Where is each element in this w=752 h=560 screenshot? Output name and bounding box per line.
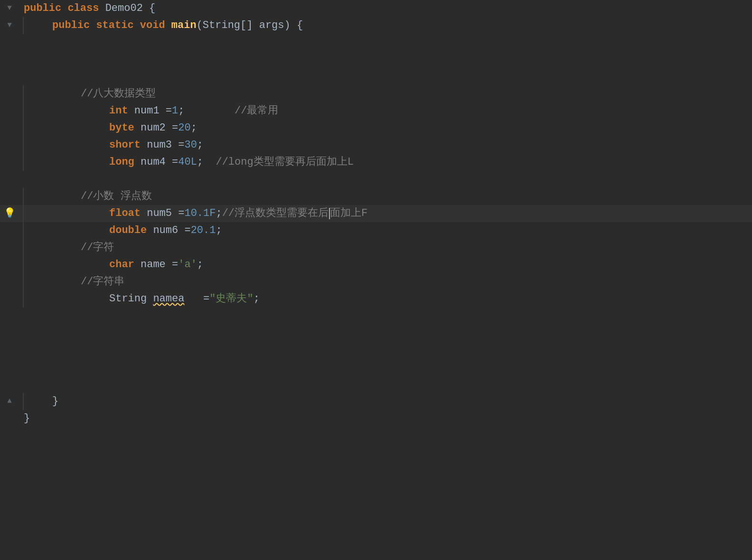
var-num4: num4 =: [134, 154, 178, 170]
line-content-short: short num3 = 30 ;: [23, 137, 203, 153]
semicolon-5: ;: [216, 205, 222, 222]
string-val-steward: "史蒂夫": [209, 290, 253, 307]
keyword-int: int: [109, 103, 128, 119]
comment-float-type-2: 面加上F: [330, 205, 367, 222]
code-line-comment1: //八大数据类型: [0, 85, 752, 103]
line-content-float: float num5 = 10.1F ; //浮点数类型需要在后面加上F: [23, 205, 367, 222]
code-line-empty1: [0, 171, 752, 188]
code-line-close-main: ▲ }: [0, 393, 752, 410]
comment-eight-types: //八大数据类型: [81, 85, 156, 102]
code-line-2: ▼ public static void main (String[] args…: [0, 17, 752, 34]
code-editor: ▼ public class Demo02 { ▼ public static …: [0, 0, 752, 560]
code-line-char: char name = 'a' ;: [0, 256, 752, 273]
line-content-long: long num4 = 40L ; //long类型需要再后面加上L: [23, 154, 354, 170]
semicolon-6: ;: [216, 222, 222, 239]
line-content-1: public class Demo02 {: [19, 0, 155, 17]
code-line-close-class: }: [0, 410, 752, 427]
code-line-long: long num4 = 40L ; //long类型需要再后面加上L: [0, 154, 752, 171]
code-line-4: [0, 51, 752, 68]
comment-most-used: //最常用: [235, 103, 278, 119]
close-brace-class: }: [24, 410, 30, 427]
code-line-empty3: [0, 325, 752, 342]
line-content-int: int num1 = 1 ; //最常用: [23, 103, 278, 119]
semicolon-4: ;: [197, 154, 216, 170]
keyword-char: char: [109, 256, 134, 273]
line-content-close-class: }: [19, 410, 30, 427]
main-params: (String[] args) {: [197, 17, 303, 34]
line-content-char: char name = 'a' ;: [23, 256, 203, 273]
line-content-2: public static void main (String[] args) …: [23, 17, 303, 34]
line-content-close-main: }: [23, 393, 58, 410]
var-num3: num3 =: [141, 137, 184, 153]
num-1: 1: [172, 103, 178, 119]
num-20-1: 20.1: [191, 222, 216, 239]
var-num6: num6 =: [147, 222, 190, 239]
var-name: name =: [134, 256, 178, 273]
fold-icon-2[interactable]: ▼: [7, 19, 12, 32]
num-10-1f: 10.1F: [184, 205, 216, 222]
code-line-3: [0, 34, 752, 51]
code-line-empty5: [0, 359, 752, 376]
keyword-short: short: [109, 137, 141, 153]
num-40l: 40L: [178, 154, 197, 170]
assign-string: =: [184, 290, 209, 307]
code-line-float: 💡 float num5 = 10.1F ; //浮点数类型需要在后面加上F: [0, 205, 752, 222]
code-line-int: int num1 = 1 ; //最常用: [0, 103, 752, 120]
code-line-empty2: [0, 308, 752, 325]
code-line-comment4: //字符串: [0, 273, 752, 290]
semicolon-2: ;: [191, 120, 197, 136]
var-num1: num1 =: [128, 103, 172, 119]
gutter-1: ▼: [0, 2, 19, 15]
code-line-empty6: [0, 376, 752, 393]
keyword-float: float: [109, 205, 141, 222]
line-content-comment4: //字符串: [23, 273, 124, 290]
line-content-comment1: //八大数据类型: [23, 85, 156, 102]
code-line-comment3: //字符: [0, 239, 752, 256]
line-content-byte: byte num2 = 20 ;: [23, 120, 197, 136]
semicolon-7: ;: [197, 256, 203, 273]
close-brace-main: }: [52, 393, 58, 410]
fold-icon-close-main[interactable]: ▲: [7, 395, 12, 408]
char-val-a: 'a': [178, 256, 197, 273]
semicolon-1: ;: [178, 103, 235, 119]
var-num5: num5 =: [141, 205, 184, 222]
code-line-double: double num6 = 20.1 ;: [0, 222, 752, 239]
code-line-5: [0, 68, 752, 85]
type-string: String: [109, 290, 153, 307]
semicolon-3: ;: [197, 137, 203, 153]
comment-long-type: //long类型需要再后面加上L: [216, 154, 353, 170]
method-main: main: [171, 17, 197, 34]
keyword-double: double: [109, 222, 147, 239]
comment-float-types: //小数 浮点数: [81, 188, 152, 205]
gutter-2: ▼: [0, 19, 19, 32]
gutter-float: 💡: [0, 206, 19, 221]
code-line-1: ▼ public class Demo02 {: [0, 0, 752, 17]
num-30: 30: [184, 137, 197, 153]
num-20: 20: [178, 120, 190, 136]
line-content-string: String namea = "史蒂夫" ;: [23, 290, 260, 307]
fold-icon-1[interactable]: ▼: [7, 2, 12, 15]
comment-float-type-1: //浮点数类型需要在后: [222, 205, 329, 222]
code-line-byte: byte num2 = 20 ;: [0, 120, 752, 137]
keyword-byte: byte: [109, 120, 134, 136]
line-content-comment2: //小数 浮点数: [23, 188, 152, 205]
var-namea: namea: [153, 290, 184, 307]
class-name: Demo02 {: [99, 0, 155, 17]
keyword-long: long: [109, 154, 134, 170]
semicolon-8: ;: [254, 290, 260, 307]
line-content-comment3: //字符: [23, 239, 114, 256]
gutter-close-main: ▲: [0, 395, 19, 408]
bulb-icon[interactable]: 💡: [4, 206, 16, 221]
comment-char: //字符: [81, 239, 114, 256]
keyword-public-class: public class: [24, 0, 99, 17]
code-line-string: String namea = "史蒂夫" ;: [0, 290, 752, 308]
comment-string: //字符串: [81, 273, 124, 290]
keyword-public-static-void: public static void: [52, 17, 171, 34]
line-content-double: double num6 = 20.1 ;: [23, 222, 222, 239]
code-line-empty4: [0, 342, 752, 359]
code-line-short: short num3 = 30 ;: [0, 137, 752, 154]
code-line-comment2: //小数 浮点数: [0, 188, 752, 205]
var-num2: num2 =: [134, 120, 178, 136]
